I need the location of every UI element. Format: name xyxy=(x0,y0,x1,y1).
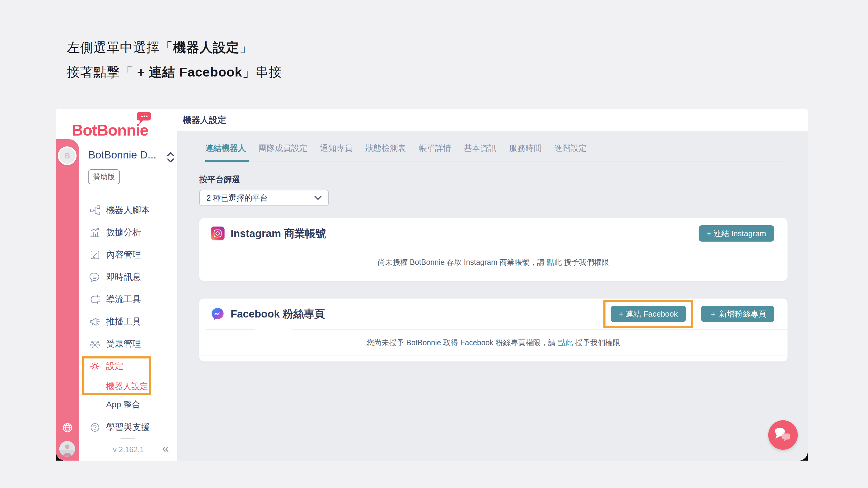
magnet-icon xyxy=(90,294,100,305)
authorize-link[interactable]: 點此 xyxy=(547,258,562,266)
sidebar-item-label: 學習與支援 xyxy=(106,421,150,433)
sidebar-item-label: 內容管理 xyxy=(106,249,141,261)
sitemap-icon xyxy=(90,205,100,216)
dropdown-value: 2 種已選擇的平台 xyxy=(207,193,314,203)
instagram-icon xyxy=(211,227,224,240)
gear-icon xyxy=(90,361,100,372)
tab-service-hours[interactable]: 服務時間 xyxy=(509,143,541,161)
tab-advanced[interactable]: 進階設定 xyxy=(554,143,587,161)
platform-filter-label: 按平台篩選 xyxy=(199,174,808,185)
sidebar-divider xyxy=(121,438,135,439)
chat-bubbles-icon xyxy=(774,427,792,443)
main-area: 機器人設定 連結機器人 團隊成員設定 通知專員 狀態檢測表 帳單詳情 基本資訊 … xyxy=(177,109,808,461)
sidebar-subitem-app-integration[interactable]: App 整合 xyxy=(56,395,177,414)
sidebar-item-label: 導流工具 xyxy=(106,293,141,305)
tab-status-check[interactable]: 狀態檢測表 xyxy=(365,143,406,161)
analytics-icon xyxy=(90,227,100,238)
sidebar: BotBonnie B BotBonnie D... 贊助版 xyxy=(56,109,177,461)
sidebar-item-settings[interactable]: 設定 xyxy=(56,355,177,378)
authorize-link[interactable]: 點此 xyxy=(558,338,573,347)
facebook-card: Facebook 粉絲專頁 + 連結 Facebook ＋ 新增粉絲專頁 您尚未… xyxy=(199,298,787,361)
sidebar-item-label: 設定 xyxy=(106,360,124,372)
sidebar-item-audience[interactable]: 受眾管理 xyxy=(56,333,177,355)
sidebar-item-live-chat[interactable]: 即時訊息 xyxy=(56,266,177,288)
tab-bar: 連結機器人 團隊成員設定 通知專員 狀態檢測表 帳單詳情 基本資訊 服務時間 進… xyxy=(205,131,786,161)
live-chat-widget-button[interactable] xyxy=(768,420,798,450)
instagram-card-title: Instagram 商業帳號 xyxy=(230,227,326,241)
globe-icon[interactable] xyxy=(61,422,73,434)
sidebar-item-label: 數據分析 xyxy=(106,227,141,238)
sidebar-subitem-bot-settings[interactable]: 機器人設定 xyxy=(56,378,177,395)
megaphone-icon xyxy=(90,316,100,327)
sidebar-item-label: 機器人腳本 xyxy=(106,204,150,216)
bot-avatar-initial: B xyxy=(64,151,70,161)
sidebar-item-label: 即時訊息 xyxy=(106,271,141,283)
annotation-line-2: 接著點擊「 + 連結 Facebook」串接 xyxy=(67,60,282,84)
card-divider xyxy=(199,329,787,330)
facebook-auth-message: 您尚未授予 BotBonnie 取得 Facebook 粉絲專頁權限，請 點此 … xyxy=(199,330,787,355)
connect-instagram-button[interactable]: + 連結 Instagram xyxy=(699,225,774,241)
sidebar-item-label: 推播工具 xyxy=(106,316,141,328)
chevron-down-icon xyxy=(314,196,321,200)
tab-team-members[interactable]: 團隊成員設定 xyxy=(258,143,307,161)
sidebar-item-analytics[interactable]: 數據分析 xyxy=(56,221,177,244)
bot-avatar[interactable]: B xyxy=(58,147,76,165)
chevron-up-down-icon xyxy=(165,151,176,165)
question-icon xyxy=(90,422,100,433)
sidebar-subitem-label: App 整合 xyxy=(106,399,141,410)
content-area: 連結機器人 團隊成員設定 通知專員 狀態檢測表 帳單詳情 基本資訊 服務時間 進… xyxy=(177,131,808,461)
page-header: 機器人設定 xyxy=(177,109,808,131)
chat-icon xyxy=(90,272,100,283)
instagram-auth-message: 尚未授權 BotBonnie 存取 Instagram 商業帳號，請 點此 授予… xyxy=(199,249,787,275)
connect-facebook-button[interactable]: + 連結 Facebook xyxy=(611,306,686,322)
workspace-selector[interactable]: BotBonnie D... xyxy=(88,149,173,161)
sidebar-item-content[interactable]: 內容管理 xyxy=(56,244,177,266)
sidebar-item-help-support[interactable]: 學習與支援 xyxy=(56,416,177,438)
instagram-card: Instagram 商業帳號 + 連結 Instagram 尚未授權 BotBo… xyxy=(199,218,787,281)
user-avatar[interactable] xyxy=(59,441,75,457)
sidebar-menu: 機器人腳本 數據分析 內容管理 即時訊息 xyxy=(56,199,177,438)
sidebar-item-label: 受眾管理 xyxy=(106,338,141,350)
workspace-name: BotBonnie D... xyxy=(88,149,156,161)
platform-filter: 按平台篩選 2 種已選擇的平台 xyxy=(199,174,808,206)
audience-icon xyxy=(90,338,100,350)
facebook-connect-highlight-box: + 連結 Facebook xyxy=(603,300,693,328)
messenger-icon xyxy=(211,307,224,321)
plan-badge: 贊助版 xyxy=(88,169,120,184)
tutorial-annotation: 左側選單中選擇「機器人設定」 接著點擊「 + 連結 Facebook」串接 xyxy=(67,35,282,84)
page-title: 機器人設定 xyxy=(183,114,226,126)
sidebar-item-broadcast-tools[interactable]: 推播工具 xyxy=(56,311,177,333)
platform-filter-dropdown[interactable]: 2 種已選擇的平台 xyxy=(199,190,329,206)
collapse-sidebar-icon[interactable]: « xyxy=(162,442,169,455)
botbonnie-app-window: BotBonnie B BotBonnie D... 贊助版 xyxy=(56,109,808,461)
tab-billing[interactable]: 帳單詳情 xyxy=(418,143,451,161)
add-fan-page-button[interactable]: ＋ 新增粉絲專頁 xyxy=(701,306,774,322)
sidebar-item-traffic-tools[interactable]: 導流工具 xyxy=(56,288,177,311)
sidebar-item-bot-script[interactable]: 機器人腳本 xyxy=(56,199,177,221)
logo-speech-bubble-icon xyxy=(137,111,153,129)
content-icon xyxy=(90,250,100,260)
annotation-line-1: 左側選單中選擇「機器人設定」 xyxy=(67,35,282,60)
tab-basic-info[interactable]: 基本資訊 xyxy=(464,143,496,161)
facebook-card-title: Facebook 粉絲專頁 xyxy=(230,307,325,321)
tab-connect-bot[interactable]: 連結機器人 xyxy=(205,143,246,161)
sidebar-subitem-label: 機器人設定 xyxy=(106,381,148,392)
tab-notify-agent[interactable]: 通知專員 xyxy=(320,143,352,161)
botbonnie-logo: BotBonnie xyxy=(72,121,148,139)
app-version: v 2.162.1 xyxy=(95,445,161,454)
